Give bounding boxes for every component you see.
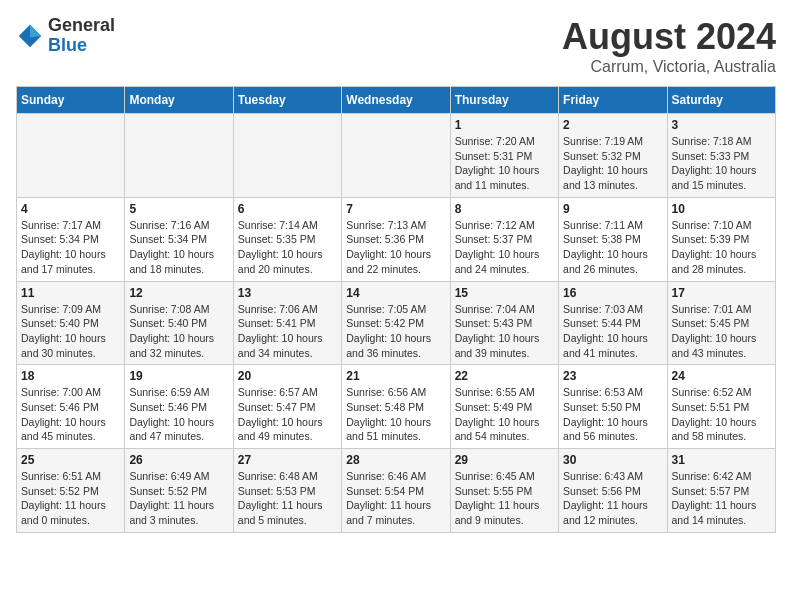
col-header-wednesday: Wednesday: [342, 87, 450, 114]
day-number: 24: [672, 369, 771, 383]
day-number: 8: [455, 202, 554, 216]
day-info: Sunrise: 6:53 AMSunset: 5:50 PMDaylight:…: [563, 385, 662, 444]
day-cell: 23Sunrise: 6:53 AMSunset: 5:50 PMDayligh…: [559, 365, 667, 449]
day-cell: 20Sunrise: 6:57 AMSunset: 5:47 PMDayligh…: [233, 365, 341, 449]
day-cell: [125, 114, 233, 198]
day-number: 20: [238, 369, 337, 383]
col-header-thursday: Thursday: [450, 87, 558, 114]
day-cell: [233, 114, 341, 198]
day-cell: [342, 114, 450, 198]
col-header-tuesday: Tuesday: [233, 87, 341, 114]
day-info: Sunrise: 6:52 AMSunset: 5:51 PMDaylight:…: [672, 385, 771, 444]
day-number: 2: [563, 118, 662, 132]
day-info: Sunrise: 6:46 AMSunset: 5:54 PMDaylight:…: [346, 469, 445, 528]
day-number: 3: [672, 118, 771, 132]
day-number: 26: [129, 453, 228, 467]
day-cell: 30Sunrise: 6:43 AMSunset: 5:56 PMDayligh…: [559, 449, 667, 533]
day-number: 17: [672, 286, 771, 300]
day-cell: 22Sunrise: 6:55 AMSunset: 5:49 PMDayligh…: [450, 365, 558, 449]
day-info: Sunrise: 6:49 AMSunset: 5:52 PMDaylight:…: [129, 469, 228, 528]
day-cell: 16Sunrise: 7:03 AMSunset: 5:44 PMDayligh…: [559, 281, 667, 365]
day-info: Sunrise: 7:19 AMSunset: 5:32 PMDaylight:…: [563, 134, 662, 193]
day-cell: 18Sunrise: 7:00 AMSunset: 5:46 PMDayligh…: [17, 365, 125, 449]
day-cell: 3Sunrise: 7:18 AMSunset: 5:33 PMDaylight…: [667, 114, 775, 198]
day-cell: 8Sunrise: 7:12 AMSunset: 5:37 PMDaylight…: [450, 197, 558, 281]
day-number: 12: [129, 286, 228, 300]
day-cell: 1Sunrise: 7:20 AMSunset: 5:31 PMDaylight…: [450, 114, 558, 198]
day-number: 11: [21, 286, 120, 300]
day-cell: 9Sunrise: 7:11 AMSunset: 5:38 PMDaylight…: [559, 197, 667, 281]
day-info: Sunrise: 7:13 AMSunset: 5:36 PMDaylight:…: [346, 218, 445, 277]
day-cell: 28Sunrise: 6:46 AMSunset: 5:54 PMDayligh…: [342, 449, 450, 533]
day-cell: 2Sunrise: 7:19 AMSunset: 5:32 PMDaylight…: [559, 114, 667, 198]
day-cell: 27Sunrise: 6:48 AMSunset: 5:53 PMDayligh…: [233, 449, 341, 533]
day-number: 15: [455, 286, 554, 300]
svg-marker-1: [30, 25, 41, 38]
day-cell: 29Sunrise: 6:45 AMSunset: 5:55 PMDayligh…: [450, 449, 558, 533]
day-number: 1: [455, 118, 554, 132]
day-info: Sunrise: 7:12 AMSunset: 5:37 PMDaylight:…: [455, 218, 554, 277]
day-cell: 5Sunrise: 7:16 AMSunset: 5:34 PMDaylight…: [125, 197, 233, 281]
header-row: SundayMondayTuesdayWednesdayThursdayFrid…: [17, 87, 776, 114]
page-subtitle: Carrum, Victoria, Australia: [562, 58, 776, 76]
logo-icon: [16, 22, 44, 50]
day-info: Sunrise: 6:56 AMSunset: 5:48 PMDaylight:…: [346, 385, 445, 444]
day-number: 4: [21, 202, 120, 216]
day-number: 29: [455, 453, 554, 467]
day-number: 9: [563, 202, 662, 216]
day-number: 13: [238, 286, 337, 300]
col-header-monday: Monday: [125, 87, 233, 114]
day-cell: 26Sunrise: 6:49 AMSunset: 5:52 PMDayligh…: [125, 449, 233, 533]
calendar-table: SundayMondayTuesdayWednesdayThursdayFrid…: [16, 86, 776, 533]
day-info: Sunrise: 6:42 AMSunset: 5:57 PMDaylight:…: [672, 469, 771, 528]
day-cell: 15Sunrise: 7:04 AMSunset: 5:43 PMDayligh…: [450, 281, 558, 365]
day-cell: 31Sunrise: 6:42 AMSunset: 5:57 PMDayligh…: [667, 449, 775, 533]
day-number: 10: [672, 202, 771, 216]
day-number: 14: [346, 286, 445, 300]
col-header-friday: Friday: [559, 87, 667, 114]
header: General Blue August 2024 Carrum, Victori…: [16, 16, 776, 76]
day-number: 21: [346, 369, 445, 383]
day-cell: 12Sunrise: 7:08 AMSunset: 5:40 PMDayligh…: [125, 281, 233, 365]
day-cell: 13Sunrise: 7:06 AMSunset: 5:41 PMDayligh…: [233, 281, 341, 365]
day-cell: 17Sunrise: 7:01 AMSunset: 5:45 PMDayligh…: [667, 281, 775, 365]
day-info: Sunrise: 7:17 AMSunset: 5:34 PMDaylight:…: [21, 218, 120, 277]
col-header-saturday: Saturday: [667, 87, 775, 114]
day-number: 25: [21, 453, 120, 467]
day-info: Sunrise: 7:10 AMSunset: 5:39 PMDaylight:…: [672, 218, 771, 277]
day-number: 23: [563, 369, 662, 383]
day-info: Sunrise: 7:06 AMSunset: 5:41 PMDaylight:…: [238, 302, 337, 361]
day-info: Sunrise: 6:45 AMSunset: 5:55 PMDaylight:…: [455, 469, 554, 528]
day-info: Sunrise: 7:14 AMSunset: 5:35 PMDaylight:…: [238, 218, 337, 277]
week-row-1: 4Sunrise: 7:17 AMSunset: 5:34 PMDaylight…: [17, 197, 776, 281]
day-info: Sunrise: 7:18 AMSunset: 5:33 PMDaylight:…: [672, 134, 771, 193]
day-number: 27: [238, 453, 337, 467]
day-cell: 19Sunrise: 6:59 AMSunset: 5:46 PMDayligh…: [125, 365, 233, 449]
week-row-3: 18Sunrise: 7:00 AMSunset: 5:46 PMDayligh…: [17, 365, 776, 449]
day-number: 5: [129, 202, 228, 216]
day-info: Sunrise: 6:43 AMSunset: 5:56 PMDaylight:…: [563, 469, 662, 528]
day-info: Sunrise: 6:48 AMSunset: 5:53 PMDaylight:…: [238, 469, 337, 528]
day-info: Sunrise: 7:11 AMSunset: 5:38 PMDaylight:…: [563, 218, 662, 277]
day-cell: 24Sunrise: 6:52 AMSunset: 5:51 PMDayligh…: [667, 365, 775, 449]
day-number: 18: [21, 369, 120, 383]
day-info: Sunrise: 7:09 AMSunset: 5:40 PMDaylight:…: [21, 302, 120, 361]
day-info: Sunrise: 7:00 AMSunset: 5:46 PMDaylight:…: [21, 385, 120, 444]
col-header-sunday: Sunday: [17, 87, 125, 114]
day-cell: [17, 114, 125, 198]
week-row-4: 25Sunrise: 6:51 AMSunset: 5:52 PMDayligh…: [17, 449, 776, 533]
day-info: Sunrise: 6:59 AMSunset: 5:46 PMDaylight:…: [129, 385, 228, 444]
day-cell: 4Sunrise: 7:17 AMSunset: 5:34 PMDaylight…: [17, 197, 125, 281]
day-cell: 10Sunrise: 7:10 AMSunset: 5:39 PMDayligh…: [667, 197, 775, 281]
day-cell: 14Sunrise: 7:05 AMSunset: 5:42 PMDayligh…: [342, 281, 450, 365]
title-area: August 2024 Carrum, Victoria, Australia: [562, 16, 776, 76]
day-info: Sunrise: 7:04 AMSunset: 5:43 PMDaylight:…: [455, 302, 554, 361]
day-number: 31: [672, 453, 771, 467]
day-info: Sunrise: 7:20 AMSunset: 5:31 PMDaylight:…: [455, 134, 554, 193]
day-number: 28: [346, 453, 445, 467]
day-info: Sunrise: 7:08 AMSunset: 5:40 PMDaylight:…: [129, 302, 228, 361]
day-info: Sunrise: 7:03 AMSunset: 5:44 PMDaylight:…: [563, 302, 662, 361]
logo-text: General Blue: [48, 16, 115, 56]
page-title: August 2024: [562, 16, 776, 58]
day-cell: 25Sunrise: 6:51 AMSunset: 5:52 PMDayligh…: [17, 449, 125, 533]
